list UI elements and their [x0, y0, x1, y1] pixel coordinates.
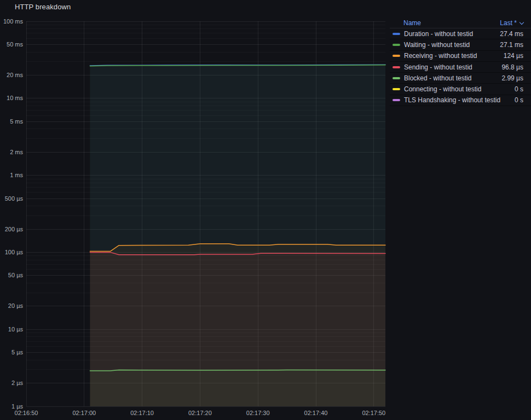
- legend-row: Duration - without testid27.4 ms: [390, 28, 531, 39]
- legend-sort-last[interactable]: Last *: [500, 19, 523, 27]
- x-axis-tick-label: 02:16:50: [15, 410, 38, 416]
- legend-rows: Duration - without testid27.4 msWaiting …: [390, 28, 531, 106]
- series-last-value: 27.1 ms: [500, 41, 523, 49]
- y-axis-tick-label: 2 ms: [10, 149, 23, 155]
- legend-row: Waiting - without testid27.1 ms: [390, 39, 531, 50]
- y-axis-tick-label: 500 µs: [5, 195, 24, 202]
- series-color-swatch: [393, 99, 400, 101]
- series-label[interactable]: Waiting - without testid: [404, 41, 470, 49]
- series-label[interactable]: Duration - without testid: [404, 30, 473, 38]
- chevron-down-icon: [520, 20, 524, 24]
- y-axis-tick-label: 10 µs: [8, 326, 24, 332]
- series-label[interactable]: Sending - without testid: [404, 63, 472, 71]
- series-label[interactable]: Connecting - without testid: [404, 85, 481, 93]
- series-label[interactable]: TLS Handshaking - without testid: [404, 96, 500, 104]
- y-axis-tick-label: 5 µs: [11, 349, 24, 355]
- legend-header: Name Last *: [390, 18, 531, 28]
- legend-sort-name[interactable]: Name: [403, 19, 421, 27]
- y-axis-tick-label: 100 ms: [3, 18, 24, 25]
- x-axis-tick-label: 02:17:40: [304, 410, 328, 416]
- y-axis-tick-label: 100 µs: [5, 249, 24, 255]
- x-axis-tick-label: 02:17:20: [188, 410, 212, 416]
- x-axis-tick-label: 02:17:50: [362, 410, 385, 416]
- series-color-swatch: [393, 66, 400, 68]
- series-last-value: 0 s: [515, 85, 523, 93]
- legend-row: Blocked - without testid2.99 µs: [390, 73, 531, 84]
- y-axis-tick-label: 200 µs: [5, 226, 24, 232]
- y-axis-tick-label: 10 ms: [7, 95, 23, 101]
- series-last-value: 27.4 ms: [500, 30, 523, 38]
- legend-row: TLS Handshaking - without testid0 s: [390, 95, 531, 106]
- legend-sort-last-label: Last *: [500, 19, 517, 27]
- legend-row: Receiving - without testid124 µs: [390, 51, 531, 62]
- series-area: [90, 370, 385, 406]
- series-last-value: 0 s: [515, 96, 523, 104]
- legend-row: Sending - without testid96.8 µs: [390, 62, 531, 73]
- y-axis-tick-label: 1 ms: [10, 172, 23, 178]
- series-color-swatch: [393, 33, 400, 35]
- y-axis-tick-label: 50 µs: [8, 272, 24, 278]
- y-axis-tick-label: 2 µs: [11, 380, 24, 386]
- series-color-swatch: [393, 44, 400, 46]
- y-axis-tick-label: 5 ms: [10, 118, 23, 125]
- y-axis-tick-label: 1 µs: [11, 403, 24, 410]
- y-axis-tick-label: 50 ms: [7, 41, 23, 48]
- y-axis-tick-label: 20 µs: [8, 302, 24, 309]
- legend-table: Name Last * Duration - without testid27.…: [390, 18, 531, 106]
- series-color-swatch: [393, 88, 400, 90]
- x-axis-tick-label: 02:17:10: [130, 410, 154, 416]
- series-last-value: 96.8 µs: [501, 63, 523, 71]
- series-last-value: 2.99 µs: [501, 74, 523, 82]
- y-axis-tick-label: 20 ms: [7, 72, 23, 78]
- legend-row: Connecting - without testid0 s: [390, 84, 531, 95]
- series-color-swatch: [393, 77, 400, 79]
- series-last-value: 124 µs: [504, 52, 523, 60]
- series-label[interactable]: Blocked - without testid: [404, 74, 471, 82]
- series-label[interactable]: Receiving - without testid: [404, 52, 477, 60]
- series-color-swatch: [393, 55, 400, 57]
- panel-title[interactable]: HTTP breakdown: [15, 3, 71, 11]
- x-axis-tick-label: 02:17:00: [72, 410, 96, 416]
- x-axis-tick-label: 02:17:30: [246, 410, 270, 416]
